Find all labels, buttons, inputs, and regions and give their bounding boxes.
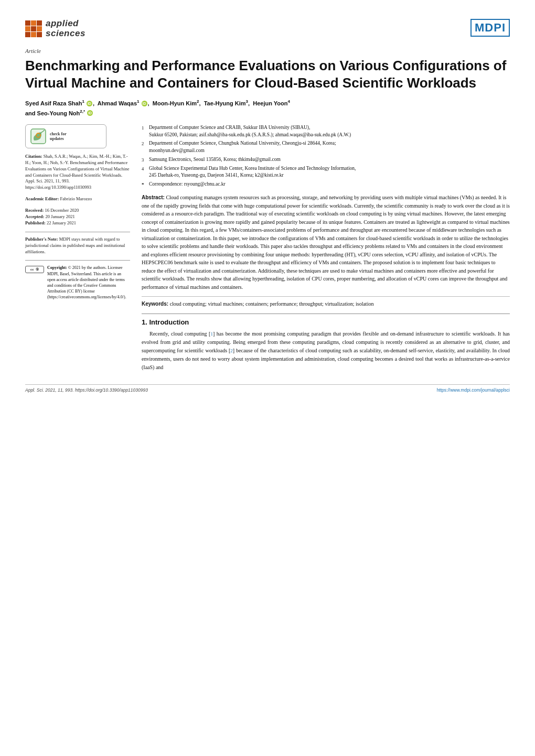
received-label: Received:: [25, 208, 44, 213]
ref-2-link[interactable]: 2: [230, 348, 233, 353]
footer-right: https://www.mdpi.com/journal/applsci: [437, 387, 510, 393]
intro-para-1: Recently, cloud computing [1] has become…: [142, 330, 510, 372]
logo-cell-4: [25, 26, 30, 31]
affil-3: 3 Samsung Electronics, Seoul 135856, Kor…: [142, 156, 510, 164]
page: applied sciences MDPI Article Benchmarki…: [0, 0, 535, 756]
affil-1: 1 Department of Computer Science and CRA…: [142, 124, 510, 139]
journal-name-line2: sciences: [46, 29, 85, 39]
keywords-label: Keywords:: [142, 301, 168, 307]
accepted-label: Accepted:: [25, 214, 44, 219]
check-updates-label: check forupdates: [50, 132, 67, 141]
logo-cell-5: [31, 26, 36, 31]
published-text: 22 January 2021: [47, 220, 76, 225]
journal-logo-grid: [25, 20, 42, 37]
two-col-layout: check forupdates Citation: Shah, S.A.R.;…: [25, 124, 510, 375]
author-2: Ahmad Waqas: [98, 100, 137, 106]
logo-cell-9: [37, 32, 42, 37]
editor-text: Fabrizio Marozzo: [60, 196, 92, 201]
main-content: 1 Department of Computer Science and CRA…: [142, 124, 510, 375]
sidebar: check forupdates Citation: Shah, S.A.R.;…: [25, 124, 130, 375]
affil-2: 2 Department of Computer Science, Chungb…: [142, 140, 510, 155]
affil-3-num: 3: [142, 157, 147, 164]
article-title: Benchmarking and Performance Evaluations…: [25, 57, 510, 91]
affil-1-num: 1: [142, 125, 147, 139]
logo-cell-7: [25, 32, 30, 37]
journal-name: applied sciences: [46, 19, 85, 38]
author-5-sup: 4: [287, 99, 290, 104]
footer-left: Appl. Sci. 2021, 11, 993. https://doi.or…: [25, 387, 148, 393]
author-1-sup: 1: [82, 99, 84, 104]
citation-label: Citation:: [25, 154, 42, 159]
intro-title: 1. Introduction: [142, 318, 510, 326]
affil-4-num: 4: [142, 166, 147, 180]
author-2-sup: 1: [137, 99, 139, 104]
editor-section: Academic Editor: Fabrizio Marozzo: [25, 196, 130, 202]
intro-section-num: 1.: [142, 318, 147, 326]
abstract-label: Abstract:: [142, 195, 165, 200]
author-1: Syed Asif Raza Shah: [25, 100, 82, 106]
keywords-text: cloud computing; virtual machines; conta…: [170, 301, 374, 307]
publisher-note-section: Publisher's Note: MDPI stays neutral wit…: [25, 236, 130, 255]
cc-license-icon: cc ①: [25, 266, 44, 273]
sidebar-divider-1: [25, 232, 130, 232]
dates-section: Received: 16 December 2020 Accepted: 20 …: [25, 208, 130, 226]
citation-text: Shah, S.A.R.; Waqas, A.; Kim, M.-H.; Kim…: [25, 154, 129, 190]
cc-license-box: cc ① Copyright: © 2021 by the authors. L…: [25, 265, 130, 300]
affil-2-text: Department of Computer Science, Chungbuk…: [149, 140, 510, 155]
author-3: Moon-Hyun Kim: [153, 100, 197, 106]
header: applied sciences MDPI: [25, 19, 510, 38]
affil-4-text: Global Science Experimental Data Hub Cen…: [149, 165, 510, 180]
logo-cell-2: [31, 20, 36, 26]
abstract-block: Abstract: Cloud computing manages system…: [142, 193, 510, 291]
logo-cell-6: [37, 26, 42, 31]
author-3-sup: 2: [197, 99, 199, 104]
publisher-label: Publisher's Note:: [25, 236, 58, 242]
author-4-sup: 3: [246, 99, 248, 104]
logo-cell-8: [31, 32, 36, 37]
author-6-sup: 2,*: [80, 109, 85, 114]
page-footer: Appl. Sci. 2021, 11, 993. https://doi.or…: [25, 384, 510, 393]
affil-star-text: Correspondence: rsyoung@cbnu.ac.kr: [149, 181, 510, 188]
author-4: Tae-Hyung Kim: [204, 100, 246, 106]
editor-label: Academic Editor:: [25, 196, 59, 201]
author-6-line: and Seo-Young Noh: [25, 110, 80, 116]
mdpi-logo: MDPI: [470, 19, 510, 37]
copyright-label: Copyright:: [47, 265, 67, 270]
orcid-icon-1: ID: [87, 101, 92, 106]
citation-section: Citation: Shah, S.A.R.; Waqas, A.; Kim, …: [25, 154, 130, 191]
received-text: 16 December 2020: [45, 208, 79, 213]
check-updates-box: check forupdates: [25, 124, 106, 148]
intro-section-label: Introduction: [149, 318, 189, 326]
check-updates-icon: [30, 128, 47, 145]
keywords-block: Keywords: cloud computing; virtual machi…: [142, 296, 510, 308]
affiliations-block: 1 Department of Computer Science and CRA…: [142, 124, 510, 188]
cc-license-text: Copyright: © 2021 by the authors. Licens…: [47, 265, 130, 300]
affil-4: 4 Global Science Experimental Data Hub C…: [142, 165, 510, 180]
logo-cell-1: [25, 20, 30, 26]
article-type: Article: [25, 48, 510, 54]
affil-3-text: Samsung Electronics, Seoul 135856, Korea…: [149, 156, 510, 164]
logo-cell-3: [37, 20, 42, 26]
orcid-icon-2: ID: [142, 101, 147, 106]
ref-1-link[interactable]: 1: [210, 331, 213, 337]
affil-star: * Correspondence: rsyoung@cbnu.ac.kr: [142, 181, 510, 188]
affil-star-sym: *: [142, 181, 147, 188]
journal-name-line1: applied: [46, 19, 85, 29]
orcid-icon-3: ID: [87, 110, 93, 116]
author-5: Heejun Yoon: [253, 100, 287, 106]
abstract-text: Cloud computing manages system resources…: [142, 195, 510, 290]
authors-line: Syed Asif Raza Shah1 ID, Ahmad Waqas1 ID…: [25, 99, 510, 118]
published-label: Published:: [25, 220, 46, 225]
sidebar-divider-2: [25, 260, 130, 261]
affil-1-text: Department of Computer Science and CRAIB…: [149, 124, 510, 139]
intro-section-divider: [142, 314, 510, 314]
affil-2-num: 2: [142, 141, 147, 155]
journal-logo: applied sciences: [25, 19, 85, 38]
accepted-text: 20 January 2021: [45, 214, 74, 219]
copyright-text: © 2021 by the authors. Licensee MDPI, Ba…: [47, 265, 126, 299]
